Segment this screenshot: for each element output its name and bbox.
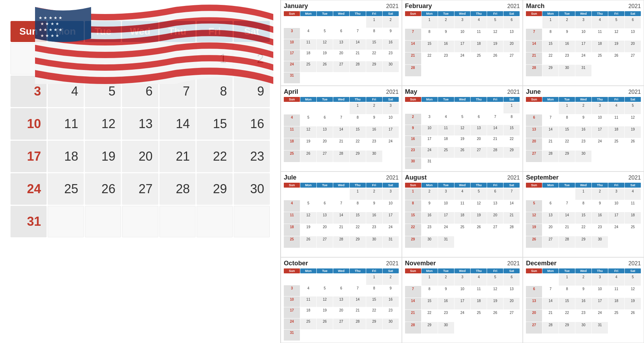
mini-day-cell: 22	[575, 224, 591, 236]
mini-day-cell: 16	[405, 136, 421, 147]
mini-day-cell	[575, 162, 591, 169]
mini-day-cell	[542, 103, 559, 114]
mini-day-cell: 24	[284, 318, 300, 329]
mini-day-cell	[471, 334, 487, 341]
mini-day-header-cell: Sat	[383, 183, 399, 188]
mini-day-cell	[487, 103, 503, 113]
mini-day-cell: 12	[487, 29, 503, 40]
mini-day-cell: 18	[284, 224, 300, 236]
mini-day-cell: 4	[608, 103, 624, 114]
mini-day-cell: 28	[503, 224, 520, 236]
mini-day-cell: 3	[383, 188, 399, 200]
mini-day-cell: 10	[383, 200, 399, 212]
mini-day-cell	[559, 188, 575, 200]
mini-day-cell: 12	[300, 212, 316, 224]
mini-day-cell: 13	[625, 29, 641, 40]
mini-day-header-cell: Wed	[333, 97, 349, 102]
mini-day-cell: 22	[559, 138, 575, 150]
mini-day-header-cell: Mon	[300, 97, 316, 102]
mini-day-cell	[333, 72, 349, 83]
mini-day-cell: 11	[454, 200, 471, 212]
main-day-cell: 24	[11, 173, 47, 205]
mini-day-cell	[333, 248, 349, 255]
mini-day-header-cell: Sat	[383, 11, 399, 16]
mini-day-header-cell: Fri	[487, 97, 503, 102]
mini-day-cell	[503, 248, 520, 255]
mini-day-cell: 31	[422, 158, 438, 169]
mini-day-header-cell: Wed	[454, 183, 471, 188]
mini-day-cell	[366, 248, 382, 255]
mini-day-cell: 26	[300, 236, 316, 248]
mini-day-cell: 4	[284, 114, 300, 126]
mini-day-cell	[608, 77, 624, 83]
mini-month-november: November2021SunMonTueWedThuFriSat1234567…	[402, 257, 523, 343]
mini-year: 2021	[386, 3, 399, 9]
mini-day-cell: 5	[487, 274, 503, 286]
mini-day-cell: 13	[333, 296, 349, 307]
mini-day-header-cell: Fri	[608, 183, 624, 188]
mini-day-cell: 25	[608, 138, 624, 150]
main-day-cell: 29	[197, 173, 233, 205]
mini-day-cell: 15	[575, 212, 591, 224]
mini-month-name: June	[526, 88, 541, 96]
mini-day-cell: 28	[405, 65, 421, 76]
main-day-cell: 11	[48, 108, 84, 140]
mini-day-cell: 18	[625, 212, 641, 224]
mini-day-cell: 27	[317, 150, 333, 162]
mini-day-cell	[625, 77, 641, 83]
mini-day-header-cell: Tue	[317, 97, 333, 102]
mini-grid: 1234567891011121314151617181920212223242…	[405, 274, 520, 341]
mini-day-header-cell: Mon	[422, 11, 438, 16]
mini-day-cell	[503, 77, 520, 83]
mini-day-cell: 4	[471, 274, 487, 286]
mini-day-cell: 23	[366, 138, 382, 150]
mini-day-cell: 16	[366, 212, 382, 224]
mini-month-header: December2021	[526, 260, 641, 267]
main-day-cell: 12	[85, 108, 121, 140]
mini-day-header-cell: Sun	[526, 97, 542, 102]
mini-day-cell: 3	[575, 17, 591, 28]
mini-day-cell: 30	[575, 322, 591, 334]
mini-day-cell: 10	[454, 286, 471, 298]
mini-day-cell: 25	[284, 236, 300, 248]
mini-year: 2021	[507, 3, 520, 9]
mini-day-cell	[471, 322, 487, 334]
mini-day-cell	[592, 77, 608, 83]
mini-day-header-cell: Sun	[526, 183, 542, 188]
mini-day-cell	[405, 103, 421, 113]
mini-day-cell: 26	[487, 52, 503, 64]
mini-day-cell: 15	[366, 39, 382, 50]
mini-day-cell: 16	[383, 39, 399, 50]
mini-day-cell: 5	[625, 274, 641, 286]
mini-day-cell: 8	[559, 114, 575, 126]
mini-day-cell: 17	[383, 212, 399, 224]
mini-day-cell: 25	[625, 224, 641, 236]
mini-day-cell: 30	[559, 65, 575, 76]
mini-day-cell: 14	[487, 125, 503, 136]
mini-day-cell: 19	[526, 224, 542, 236]
mini-day-cell: 8	[366, 28, 382, 39]
mini-grid: 1234567891011121314151617181920212223242…	[284, 17, 399, 83]
mini-day-cell: 17	[454, 41, 471, 52]
mini-day-cell: 9	[422, 200, 438, 212]
mini-day-cell: 7	[405, 29, 421, 40]
mini-day-cell	[317, 72, 333, 83]
mini-day-cell	[317, 17, 333, 28]
mini-day-cell: 6	[542, 200, 559, 212]
mini-day-header-cell: Sat	[625, 183, 641, 188]
mini-day-cell: 13	[503, 29, 520, 40]
mini-day-header: SunMonTueWedThuFriSat	[284, 183, 399, 188]
month-title-area	[0, 0, 280, 14]
mini-day-cell: 11	[300, 39, 316, 50]
mini-day-cell: 17	[284, 307, 300, 318]
mini-day-header-cell: Wed	[454, 268, 471, 273]
mini-day-header-cell: Tue	[317, 183, 333, 188]
mini-day-cell: 26	[487, 310, 503, 321]
mini-day-cell: 8	[503, 114, 520, 125]
mini-day-cell: 8	[405, 200, 421, 212]
mini-day-cell: 5	[454, 114, 471, 125]
mini-day-cell: 11	[471, 286, 487, 298]
mini-day-cell	[284, 162, 300, 169]
mini-day-cell	[526, 77, 542, 83]
mini-day-cell: 18	[608, 298, 624, 309]
